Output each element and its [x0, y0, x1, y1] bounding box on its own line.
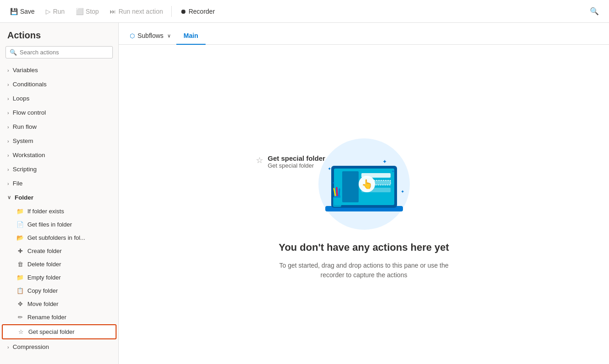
sidebar-item-get-subfolders[interactable]: 📂 Get subfolders in fol...: [0, 231, 118, 244]
drag-preview: ☆ Get special folder Get special folder: [256, 154, 325, 169]
sidebar-item-move-folder[interactable]: ✥ Move folder: [0, 297, 118, 311]
svg-line-14: [337, 188, 337, 195]
stop-icon: ⬜: [76, 8, 84, 15]
sidebar-item-flow-control[interactable]: › Flow control: [0, 106, 118, 120]
sidebar-item-variables[interactable]: › Variables: [0, 63, 118, 77]
sidebar-item-folder[interactable]: ∨ Folder: [0, 190, 118, 205]
canvas: ☆ Get special folder Get special folder: [119, 45, 609, 364]
run-button[interactable]: ▷ Run: [41, 5, 69, 17]
svg-rect-11: [333, 197, 341, 207]
save-button[interactable]: 💾 Save: [5, 5, 39, 17]
svg-text:✦: ✦: [401, 189, 404, 194]
search-icon: 🔍: [10, 49, 17, 56]
tabs-bar: ⬡ Subflows ∨ Main: [119, 23, 609, 45]
create-icon: ✚: [16, 248, 24, 254]
laptop-illustration: 👆 ✦ ✦ ✦ ✦ ✦: [300, 129, 428, 234]
search-toolbar-button[interactable]: 🔍: [585, 5, 604, 18]
subflows-icon: ⬡: [130, 32, 135, 39]
svg-line-15: [339, 189, 339, 195]
drag-preview-star-icon: ☆: [256, 155, 263, 165]
rename-icon: ✏: [16, 314, 24, 321]
sidebar-item-rename-folder[interactable]: ✏ Rename folder: [0, 311, 118, 324]
chevron-right-icon: ›: [7, 124, 9, 130]
chevron-right-icon: ›: [7, 344, 9, 350]
main-tab[interactable]: Main: [176, 27, 206, 45]
folder-sub-items: 📁 If folder exists 📄 Get files in folder…: [0, 205, 118, 339]
toolbar-separator: [171, 6, 172, 17]
sidebar-item-compression[interactable]: › Compression: [0, 340, 118, 354]
delete-icon: 🗑: [16, 261, 24, 268]
recorder-button[interactable]: ⏺ Recorder: [175, 5, 220, 17]
sidebar-item-loops[interactable]: › Loops: [0, 91, 118, 106]
save-icon: 💾: [10, 8, 18, 15]
chevron-right-icon: ›: [7, 82, 9, 87]
search-input[interactable]: [20, 49, 109, 56]
chevron-right-icon: ›: [7, 68, 9, 73]
search-box: 🔍: [5, 46, 113, 58]
sidebar: Actions 🔍 › Variables › Conditionals › L…: [0, 23, 119, 364]
chevron-right-icon: ›: [7, 181, 9, 186]
content-area: ⬡ Subflows ∨ Main ☆ Get special folder G…: [119, 23, 609, 364]
run-next-action-button[interactable]: ⏭ Run next action: [105, 5, 167, 17]
sidebar-item-get-files-in-folder[interactable]: 📄 Get files in folder: [0, 218, 118, 231]
copy-icon: 📋: [16, 287, 24, 294]
svg-text:✦: ✦: [332, 181, 335, 185]
chevron-right-icon: ›: [7, 110, 9, 116]
sidebar-item-get-special-folder[interactable]: ☆ Get special folder: [2, 324, 117, 339]
svg-text:✦: ✦: [328, 166, 331, 171]
chevron-right-icon: ›: [7, 167, 9, 172]
star-icon: ☆: [17, 328, 25, 335]
sidebar-item-delete-folder[interactable]: 🗑 Delete folder: [0, 258, 118, 271]
chevron-right-icon: ›: [7, 138, 9, 144]
empty-state-title: You don't have any actions here yet: [279, 242, 449, 253]
sidebar-title: Actions: [0, 23, 118, 46]
drag-preview-subtitle: Get special folder: [268, 162, 325, 169]
run-icon: ▷: [46, 8, 51, 15]
run-next-icon: ⏭: [110, 8, 116, 15]
recorder-icon: ⏺: [180, 8, 186, 15]
subfolder-icon: 📂: [16, 234, 24, 241]
sidebar-item-conditionals[interactable]: › Conditionals: [0, 77, 118, 91]
sidebar-item-create-folder[interactable]: ✚ Create folder: [0, 244, 118, 258]
svg-text:✦: ✦: [382, 158, 387, 165]
sidebar-item-file[interactable]: › File: [0, 176, 118, 190]
chevron-right-icon: ›: [7, 153, 9, 158]
move-icon: ✥: [16, 301, 24, 307]
drag-preview-title: Get special folder: [268, 154, 325, 162]
svg-text:👆: 👆: [361, 179, 372, 190]
search-toolbar-icon: 🔍: [590, 7, 599, 16]
folder-icon: 📁: [16, 208, 24, 215]
subflows-tab[interactable]: ⬡ Subflows ∨: [124, 27, 176, 45]
chevron-right-icon: ›: [7, 96, 9, 101]
stop-button[interactable]: ⬜ Stop: [71, 5, 104, 17]
svg-text:✦: ✦: [392, 169, 395, 174]
sidebar-item-workstation[interactable]: › Workstation: [0, 148, 118, 162]
sidebar-item-scripting[interactable]: › Scripting: [0, 162, 118, 176]
empty-state-subtitle: To get started, drag and drop actions to…: [268, 261, 460, 280]
sidebar-item-system[interactable]: › System: [0, 134, 118, 148]
empty-folder-icon: 📁: [16, 274, 24, 281]
toolbar: 💾 Save ▷ Run ⬜ Stop ⏭ Run next action ⏺ …: [0, 0, 609, 23]
sidebar-list: › Variables › Conditionals › Loops › Flo…: [0, 63, 118, 364]
subflows-chevron-icon: ∨: [167, 33, 171, 39]
empty-state: 👆 ✦ ✦ ✦ ✦ ✦ You don't have any a: [268, 129, 460, 280]
main-layout: Actions 🔍 › Variables › Conditionals › L…: [0, 23, 609, 364]
chevron-down-icon: ∨: [7, 195, 11, 200]
sidebar-item-run-flow[interactable]: › Run flow: [0, 120, 118, 134]
svg-rect-4: [342, 171, 359, 202]
sidebar-item-copy-folder[interactable]: 📋 Copy folder: [0, 284, 118, 297]
file-icon: 📄: [16, 221, 24, 228]
sidebar-item-empty-folder[interactable]: 📁 Empty folder: [0, 271, 118, 284]
sidebar-item-if-folder-exists[interactable]: 📁 If folder exists: [0, 205, 118, 218]
